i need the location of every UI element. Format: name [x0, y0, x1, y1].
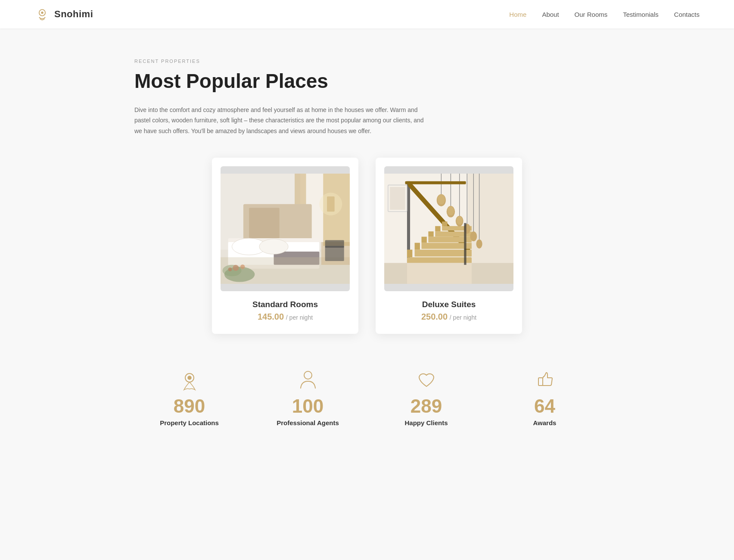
- svg-rect-58: [390, 187, 405, 210]
- logo-icon: [34, 6, 50, 22]
- card-deluxe-suites-price: 250.00 / per night: [384, 312, 513, 322]
- card-standard-rooms-price: 145.00 / per night: [221, 312, 350, 322]
- staircase-illustration: [384, 166, 513, 291]
- stat-professional-agents-number: 100: [253, 397, 363, 416]
- svg-rect-66: [538, 378, 543, 386]
- nav-item-our-rooms[interactable]: Our Rooms: [575, 11, 608, 18]
- card-image-stairs: [384, 166, 513, 291]
- stat-property-locations: 890 Property Locations: [134, 368, 244, 426]
- svg-rect-15: [327, 196, 335, 212]
- logo: Snohimi: [34, 6, 93, 22]
- svg-rect-35: [421, 237, 426, 243]
- heart-icon: [415, 368, 438, 392]
- svg-point-50: [457, 216, 463, 224]
- nav-item-contacts[interactable]: Contacts: [674, 11, 700, 18]
- nav-item-testimonials[interactable]: Testimonials: [623, 11, 659, 18]
- svg-point-64: [188, 376, 191, 380]
- stat-happy-clients: 289 Happy Clients: [371, 368, 481, 426]
- nav-item-about[interactable]: About: [542, 11, 559, 18]
- card-deluxe-suites: Deluxe Suites 250.00 / per night: [376, 158, 522, 334]
- cards-row: Standard Rooms 145.00 / per night: [134, 158, 600, 334]
- svg-point-56: [476, 240, 482, 249]
- svg-rect-37: [428, 232, 433, 237]
- logo-text: Snohimi: [54, 9, 93, 20]
- card-standard-rooms-amount: 145.00: [258, 312, 284, 321]
- section-description: Dive into the comfort and cozy atmospher…: [134, 105, 427, 137]
- card-deluxe-suites-unit: / per night: [450, 314, 476, 321]
- bedroom-illustration: [221, 166, 350, 291]
- svg-point-54: [470, 232, 477, 242]
- card-image-bedroom: [221, 166, 350, 291]
- svg-point-13: [259, 239, 288, 254]
- nav-item-home[interactable]: Home: [509, 11, 526, 18]
- svg-rect-8: [249, 208, 280, 239]
- svg-point-65: [304, 371, 312, 379]
- svg-rect-60: [407, 263, 472, 284]
- stat-happy-clients-number: 289: [371, 397, 481, 416]
- section-label: RECENT PROPERTIES: [134, 59, 600, 64]
- card-standard-rooms: Standard Rooms 145.00 / per night: [212, 158, 358, 334]
- stat-property-locations-number: 890: [134, 397, 244, 416]
- svg-point-44: [438, 195, 445, 205]
- svg-rect-23: [325, 246, 344, 261]
- person-icon: [296, 368, 320, 392]
- thumbsup-icon: [533, 368, 557, 392]
- svg-rect-24: [325, 240, 344, 248]
- svg-rect-39: [435, 226, 440, 231]
- stat-awards-label: Awards: [490, 419, 600, 426]
- card-deluxe-suites-amount: 250.00: [421, 312, 448, 321]
- stat-awards: 64 Awards: [490, 368, 600, 426]
- header: Snohimi Home About Our Rooms Testimonial…: [0, 0, 734, 28]
- card-standard-rooms-unit: / per night: [286, 314, 313, 321]
- stat-property-locations-label: Property Locations: [134, 419, 244, 426]
- stat-professional-agents: 100 Professional Agents: [253, 368, 363, 426]
- stats-row: 890 Property Locations 100 Professional …: [134, 368, 600, 426]
- svg-rect-41: [442, 222, 447, 227]
- stat-awards-number: 64: [490, 397, 600, 416]
- svg-rect-33: [415, 243, 420, 250]
- main-content: RECENT PROPERTIES Most Popular Places Di…: [121, 28, 613, 452]
- card-deluxe-suites-name: Deluxe Suites: [384, 300, 513, 309]
- svg-rect-61: [464, 223, 466, 265]
- nav: Home About Our Rooms Testimonials Contac…: [509, 11, 700, 18]
- svg-point-1: [41, 12, 43, 14]
- card-standard-rooms-name: Standard Rooms: [221, 300, 350, 309]
- location-icon: [178, 368, 201, 392]
- svg-point-47: [447, 206, 454, 215]
- svg-rect-32: [415, 250, 472, 257]
- stat-professional-agents-label: Professional Agents: [253, 419, 363, 426]
- svg-rect-62: [405, 181, 466, 184]
- section-title: Most Popular Places: [134, 70, 600, 93]
- svg-rect-31: [407, 250, 412, 258]
- stat-happy-clients-label: Happy Clients: [371, 419, 481, 426]
